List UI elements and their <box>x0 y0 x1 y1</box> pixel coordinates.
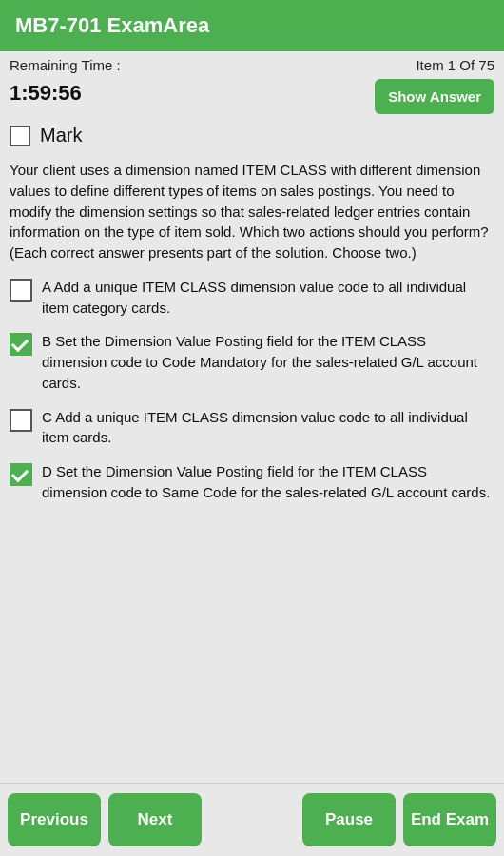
mark-row: Mark <box>0 120 504 154</box>
next-button[interactable]: Next <box>108 793 202 846</box>
nav-spacer <box>209 793 295 846</box>
mark-checkbox[interactable] <box>10 126 30 146</box>
show-answer-button[interactable]: Show Answer <box>375 79 494 114</box>
app-title: MB7-701 ExamArea <box>15 13 209 38</box>
pause-button[interactable]: Pause <box>302 793 396 846</box>
answer-option-a: A Add a unique ITEM CLASS dimension valu… <box>10 277 494 319</box>
timer-row: 1:59:56 Show Answer <box>0 75 504 120</box>
question-text: Your client uses a dimension named ITEM … <box>10 160 494 263</box>
bottom-nav: Previous Next Pause End Exam <box>0 783 504 856</box>
previous-button[interactable]: Previous <box>8 793 101 846</box>
item-counter: Item 1 Of 75 <box>416 57 494 73</box>
answer-checkbox-b[interactable] <box>10 333 32 356</box>
answer-checkbox-d[interactable] <box>10 463 32 486</box>
meta-bar: Remaining Time : Item 1 Of 75 <box>0 51 504 75</box>
app-header: MB7-701 ExamArea <box>0 0 504 51</box>
answer-text-c: C Add a unique ITEM CLASS dimension valu… <box>42 407 494 449</box>
remaining-time-label: Remaining Time : <box>10 57 121 73</box>
answer-checkbox-a[interactable] <box>10 279 32 302</box>
answer-text-a: A Add a unique ITEM CLASS dimension valu… <box>42 277 494 319</box>
answer-text-b: B Set the Dimension Value Posting field … <box>42 331 494 393</box>
mark-label[interactable]: Mark <box>40 125 82 146</box>
timer-display: 1:59:56 <box>10 79 82 106</box>
answer-option-d: D Set the Dimension Value Posting field … <box>10 461 494 503</box>
end-exam-button[interactable]: End Exam <box>403 793 496 846</box>
answer-text-d: D Set the Dimension Value Posting field … <box>42 461 494 503</box>
answer-option-c: C Add a unique ITEM CLASS dimension valu… <box>10 407 494 449</box>
question-area: Your client uses a dimension named ITEM … <box>0 154 504 783</box>
answer-option-b: B Set the Dimension Value Posting field … <box>10 331 494 393</box>
answer-checkbox-c[interactable] <box>10 409 32 432</box>
